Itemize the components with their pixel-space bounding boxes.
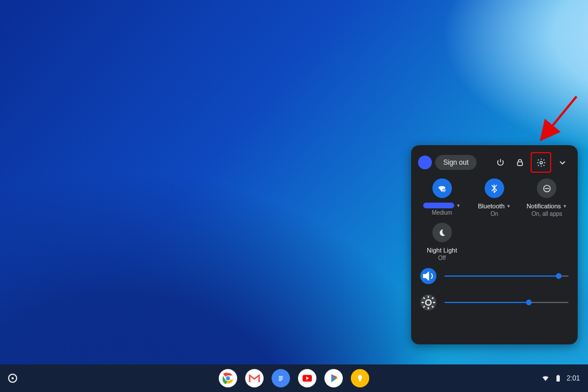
shelf-apps [219, 369, 369, 387]
wifi-toggle[interactable] [432, 178, 452, 198]
bluetooth-sublabel: On [490, 211, 498, 217]
svg-line-13 [423, 297, 424, 298]
brightness-button[interactable] [420, 294, 436, 311]
svg-rect-22 [279, 377, 283, 377]
lock-icon [515, 158, 525, 168]
app-google-docs[interactable] [272, 369, 290, 387]
bluetooth-label: Bluetooth [478, 203, 504, 209]
sign-out-button[interactable]: Sign out [435, 155, 477, 170]
wifi-sublabel: Medium [432, 209, 452, 216]
svg-point-3 [540, 161, 542, 164]
svg-line-14 [432, 306, 433, 307]
panel-top-icons [492, 152, 571, 173]
status-area[interactable]: 2:01 [541, 374, 588, 382]
avatar[interactable] [418, 156, 432, 169]
svg-rect-30 [556, 375, 560, 382]
notifications-label-row[interactable]: Notifications ▼ [527, 203, 567, 209]
lock-button[interactable] [511, 154, 528, 171]
settings-highlight-box [531, 152, 551, 173]
night-light-label: Night Light [427, 247, 457, 254]
svg-point-8 [425, 300, 431, 305]
app-play-store[interactable] [324, 369, 343, 387]
night-light-sublabel: Off [438, 255, 446, 261]
bluetooth-toggle[interactable] [485, 178, 504, 198]
quick-settings-tiles: ▼ Medium Bluetooth ▼ On [411, 178, 578, 261]
svg-rect-24 [279, 379, 283, 379]
svg-rect-25 [279, 381, 282, 381]
sliders-section [411, 261, 578, 317]
svg-rect-5 [443, 190, 445, 191]
bluetooth-label-row[interactable]: Bluetooth ▼ [478, 203, 510, 209]
app-keep[interactable] [351, 369, 369, 387]
clock: 2:01 [567, 374, 580, 382]
notifications-label: Notifications [527, 203, 561, 209]
desktop: Sign out [0, 0, 588, 392]
chevron-down-icon: ▼ [456, 203, 461, 208]
volume-slider[interactable] [444, 275, 568, 277]
gmail-icon [246, 370, 262, 386]
chrome-icon [220, 370, 236, 386]
launcher-button[interactable] [8, 374, 17, 383]
chevron-down-icon: ▼ [506, 204, 511, 209]
lightbulb-icon [352, 370, 368, 386]
collapse-button[interactable] [554, 154, 571, 171]
chevron-down-icon [558, 158, 567, 168]
brightness-slider[interactable] [444, 302, 568, 303]
wifi-icon [437, 184, 447, 193]
volume-row [420, 268, 568, 284]
volume-button[interactable] [420, 268, 436, 284]
annotation-arrow [534, 93, 583, 145]
brightness-icon [420, 294, 436, 311]
chevron-down-icon: ▼ [563, 204, 567, 209]
notifications-sublabel: On, all apps [532, 211, 562, 217]
brightness-row [420, 294, 568, 311]
settings-button[interactable] [532, 154, 550, 171]
bluetooth-icon [489, 184, 499, 193]
wifi-label-row[interactable]: ▼ [423, 203, 461, 208]
app-gmail[interactable] [245, 369, 264, 387]
play-store-icon [326, 370, 342, 386]
docs-icon [273, 370, 289, 386]
power-icon [496, 158, 505, 168]
app-youtube[interactable] [298, 369, 316, 387]
svg-line-16 [432, 297, 433, 298]
app-chrome[interactable] [219, 369, 237, 387]
svg-rect-23 [279, 378, 283, 378]
svg-point-4 [442, 188, 446, 192]
battery-status-icon [554, 374, 562, 382]
night-light-label-row[interactable]: Night Light [427, 247, 457, 254]
svg-line-1 [543, 96, 577, 138]
wifi-status-icon [541, 374, 550, 382]
tile-notifications: Notifications ▼ On, all apps [521, 178, 573, 217]
svg-line-15 [423, 306, 424, 307]
wifi-network-name-redacted [423, 203, 454, 208]
night-light-icon [437, 228, 447, 238]
tile-night-light: Night Light Off [416, 223, 468, 261]
volume-icon [420, 268, 436, 284]
tile-wifi: ▼ Medium [416, 178, 468, 217]
night-light-toggle[interactable] [432, 223, 452, 242]
svg-rect-29 [359, 381, 361, 382]
svg-rect-31 [557, 375, 558, 376]
quick-settings-panel: Sign out [411, 145, 578, 344]
svg-rect-2 [517, 162, 523, 165]
notifications-toggle[interactable] [537, 178, 556, 198]
tile-bluetooth: Bluetooth ▼ On [468, 178, 520, 217]
youtube-icon [299, 370, 315, 386]
power-button[interactable] [492, 154, 509, 171]
do-not-disturb-icon [542, 184, 552, 193]
gear-icon [536, 158, 546, 168]
panel-top-row: Sign out [411, 152, 578, 178]
shelf: 2:01 [0, 364, 588, 392]
